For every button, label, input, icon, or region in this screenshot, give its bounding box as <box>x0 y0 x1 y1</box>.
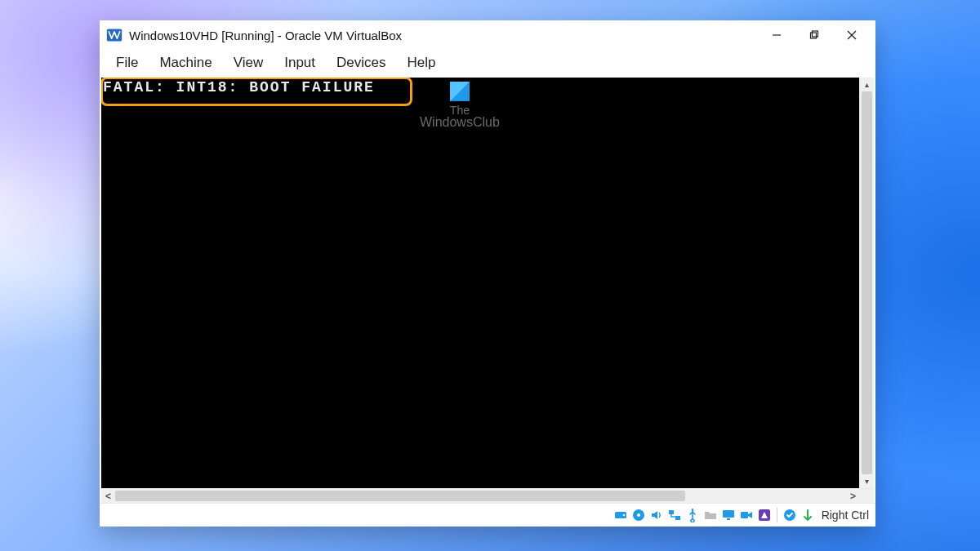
vm-screen[interactable]: FATAL: INT18: BOOT FAILURE The WindowsCl… <box>101 78 859 488</box>
svg-point-9 <box>622 514 625 517</box>
window-controls <box>758 22 871 48</box>
scroll-down-arrow-icon[interactable]: ▾ <box>860 474 874 488</box>
status-separator <box>777 508 777 522</box>
menu-view[interactable]: View <box>224 51 274 74</box>
usb-icon[interactable] <box>685 508 700 522</box>
mouse-integration-icon[interactable] <box>800 508 815 522</box>
vertical-scrollbar[interactable]: ▴ ▾ <box>859 78 874 488</box>
horizontal-scrollbar[interactable]: < > <box>101 488 874 503</box>
svg-rect-3 <box>813 31 818 37</box>
statusbar: Right Ctrl <box>100 503 875 527</box>
windowsclub-logo-icon <box>449 81 470 102</box>
virtualbox-icon <box>106 27 122 43</box>
audio-icon[interactable] <box>649 508 664 522</box>
display-icon[interactable] <box>721 508 736 522</box>
host-key-label: Right Ctrl <box>822 509 869 522</box>
svg-point-14 <box>691 509 693 512</box>
svg-rect-0 <box>107 29 122 42</box>
window-title: Windows10VHD [Running] - Oracle VM Virtu… <box>129 29 758 42</box>
scroll-left-arrow-icon[interactable]: < <box>101 489 115 503</box>
menu-file[interactable]: File <box>106 51 148 74</box>
status-icons <box>613 508 815 522</box>
menu-devices[interactable]: Devices <box>327 51 395 74</box>
boot-error-text: FATAL: INT18: BOOT FAILURE <box>101 78 378 99</box>
recording-icon[interactable] <box>739 508 754 522</box>
shared-folder-icon[interactable] <box>703 508 718 522</box>
cpu-icon[interactable] <box>782 508 797 522</box>
watermark-line2: WindowsClub <box>420 115 500 130</box>
scrollbar-corner <box>860 489 874 503</box>
menu-machine[interactable]: Machine <box>149 51 221 74</box>
video-capture-icon[interactable] <box>757 508 772 522</box>
window-titlebar[interactable]: Windows10VHD [Running] - Oracle VM Virtu… <box>100 20 875 50</box>
hard-disk-icon[interactable] <box>613 508 628 522</box>
vertical-scroll-thumb[interactable] <box>862 91 872 474</box>
svg-rect-2 <box>811 33 817 38</box>
svg-rect-15 <box>723 510 734 518</box>
svg-rect-12 <box>669 510 674 514</box>
svg-rect-17 <box>741 512 748 518</box>
menubar: File Machine View Input Devices Help <box>100 50 875 78</box>
close-button[interactable] <box>833 22 871 48</box>
vertical-scroll-track[interactable] <box>860 91 874 474</box>
svg-rect-16 <box>727 518 730 520</box>
host-key-indicator[interactable]: Right Ctrl <box>822 509 869 522</box>
menu-input[interactable]: Input <box>274 51 325 74</box>
virtualbox-window: Windows10VHD [Running] - Oracle VM Virtu… <box>100 20 875 527</box>
minimize-button[interactable] <box>758 22 795 48</box>
vm-viewport: FATAL: INT18: BOOT FAILURE The WindowsCl… <box>100 78 875 503</box>
horizontal-scroll-thumb[interactable] <box>115 491 685 501</box>
optical-disk-icon[interactable] <box>631 508 646 522</box>
horizontal-scroll-track[interactable] <box>115 489 846 503</box>
scroll-up-arrow-icon[interactable]: ▴ <box>860 78 874 91</box>
svg-point-11 <box>637 513 640 517</box>
scroll-right-arrow-icon[interactable]: > <box>846 489 860 503</box>
maximize-button[interactable] <box>795 22 833 48</box>
menu-help[interactable]: Help <box>398 51 446 74</box>
network-icon[interactable] <box>667 508 682 522</box>
watermark: The WindowsClub <box>420 81 500 130</box>
